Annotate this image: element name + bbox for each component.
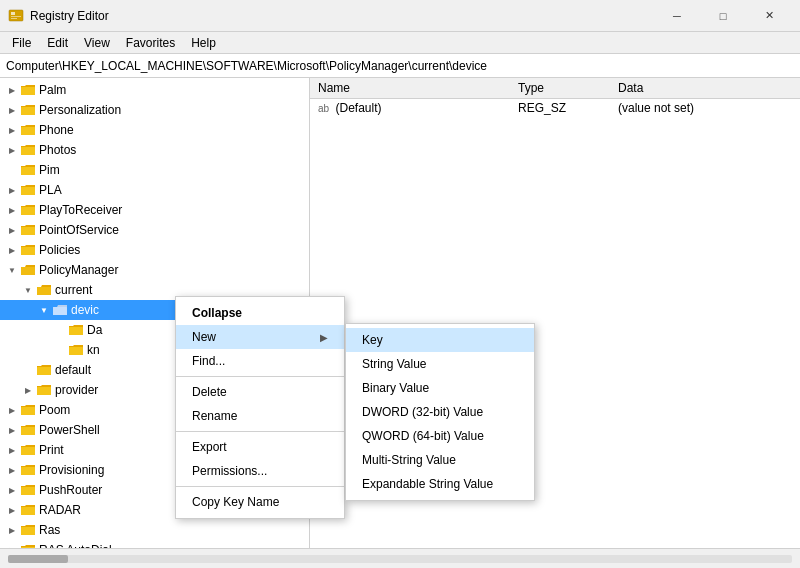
submenu-string-value[interactable]: String Value: [346, 352, 534, 376]
tree-item-pla[interactable]: ▶ PLA: [0, 180, 309, 200]
folder-icon-pim: [20, 162, 36, 178]
ctx-copy-key-name[interactable]: Copy Key Name: [176, 490, 344, 514]
folder-icon-radar: [20, 502, 36, 518]
svg-rect-11: [21, 227, 35, 235]
table-row[interactable]: ab (Default) REG_SZ (value not set): [310, 98, 800, 118]
ctx-new[interactable]: New ▶: [176, 325, 344, 349]
title-bar: Registry Editor ─ □ ✕: [0, 0, 800, 32]
label-kn: kn: [87, 343, 100, 357]
arrow-personalization: ▶: [4, 106, 20, 115]
label-current: current: [55, 283, 92, 297]
tree-item-pointofservice[interactable]: ▶ PointOfService: [0, 220, 309, 240]
label-policymanager: PolicyManager: [39, 263, 118, 277]
svg-rect-1: [11, 12, 15, 15]
minimize-button[interactable]: ─: [654, 0, 700, 32]
svg-rect-14: [37, 287, 51, 295]
horizontal-scrollbar[interactable]: [8, 555, 792, 563]
label-personalization: Personalization: [39, 103, 121, 117]
ctx-collapse[interactable]: Collapse: [176, 301, 344, 325]
folder-icon-palm: [20, 82, 36, 98]
ctx-sep-1: [176, 376, 344, 377]
svg-rect-4: [21, 87, 35, 95]
tree-item-personalization[interactable]: ▶ Personalization: [0, 100, 309, 120]
app-icon: [8, 8, 24, 24]
svg-rect-21: [21, 427, 35, 435]
label-provider: provider: [55, 383, 98, 397]
label-provisioning: Provisioning: [39, 463, 104, 477]
arrow-poom: ▶: [4, 406, 20, 415]
menu-edit[interactable]: Edit: [39, 34, 76, 52]
label-pla: PLA: [39, 183, 62, 197]
svg-rect-25: [21, 507, 35, 515]
folder-icon-pushrouter: [20, 482, 36, 498]
registry-table: Name Type Data ab (Default) REG_SZ (valu…: [310, 78, 800, 118]
label-print: Print: [39, 443, 64, 457]
ctx-rename[interactable]: Rename: [176, 404, 344, 428]
tree-item-phone[interactable]: ▶ Phone: [0, 120, 309, 140]
tree-item-rasautodial[interactable]: ▶ RAS AutoDial: [0, 540, 309, 548]
maximize-button[interactable]: □: [700, 0, 746, 32]
folder-icon-playtoreceiver: [20, 202, 36, 218]
folder-icon-device: [52, 302, 68, 318]
label-radar: RADAR: [39, 503, 81, 517]
folder-icon-powershell: [20, 422, 36, 438]
ctx-delete[interactable]: Delete: [176, 380, 344, 404]
svg-rect-0: [9, 10, 23, 21]
tree-item-playtoreceiver[interactable]: ▶ PlayToReceiver: [0, 200, 309, 220]
svg-rect-26: [21, 527, 35, 535]
cell-data: (value not set): [610, 98, 800, 118]
menu-file[interactable]: File: [4, 34, 39, 52]
tree-item-pim[interactable]: ▶ Pim: [0, 160, 309, 180]
folder-icon-phone: [20, 122, 36, 138]
arrow-policies: ▶: [4, 246, 20, 255]
submenu-qword-value[interactable]: QWORD (64-bit) Value: [346, 424, 534, 448]
label-policies: Policies: [39, 243, 80, 257]
submenu-key[interactable]: Key: [346, 328, 534, 352]
tree-item-palm[interactable]: ▶ Palm: [0, 80, 309, 100]
svg-rect-7: [21, 147, 35, 155]
ctx-find[interactable]: Find...: [176, 349, 344, 373]
arrow-print: ▶: [4, 446, 20, 455]
submenu-binary-value[interactable]: Binary Value: [346, 376, 534, 400]
label-phone: Phone: [39, 123, 74, 137]
submenu-multistring-value[interactable]: Multi-String Value: [346, 448, 534, 472]
arrow-pla: ▶: [4, 186, 20, 195]
label-rasautodial: RAS AutoDial: [39, 543, 112, 548]
ctx-export[interactable]: Export: [176, 435, 344, 459]
menu-favorites[interactable]: Favorites: [118, 34, 183, 52]
col-type: Type: [510, 78, 610, 98]
menu-view[interactable]: View: [76, 34, 118, 52]
svg-rect-9: [21, 187, 35, 195]
label-photos: Photos: [39, 143, 76, 157]
folder-icon-pointofservice: [20, 222, 36, 238]
label-poom: Poom: [39, 403, 70, 417]
ctx-permissions[interactable]: Permissions...: [176, 459, 344, 483]
svg-rect-12: [21, 247, 35, 255]
app-window: Registry Editor ─ □ ✕ File Edit View Fav…: [0, 0, 800, 568]
tree-item-photos[interactable]: ▶ Photos: [0, 140, 309, 160]
submenu-expandable-string-value[interactable]: Expandable String Value: [346, 472, 534, 496]
reg-type-icon: ab: [318, 103, 329, 114]
submenu-dword-value[interactable]: DWORD (32-bit) Value: [346, 400, 534, 424]
menu-help[interactable]: Help: [183, 34, 224, 52]
folder-icon-personalization: [20, 102, 36, 118]
arrow-playtoreceiver: ▶: [4, 206, 20, 215]
status-bar: [0, 548, 800, 568]
arrow-pointofservice: ▶: [4, 226, 20, 235]
svg-rect-10: [21, 207, 35, 215]
cell-type: REG_SZ: [510, 98, 610, 118]
tree-item-policies[interactable]: ▶ Policies: [0, 240, 309, 260]
folder-icon-print: [20, 442, 36, 458]
menu-bar: File Edit View Favorites Help: [0, 32, 800, 54]
label-playtoreceiver: PlayToReceiver: [39, 203, 122, 217]
arrow-photos: ▶: [4, 146, 20, 155]
folder-icon-kn: [68, 342, 84, 358]
label-pim: Pim: [39, 163, 60, 177]
tree-item-ras[interactable]: ▶ Ras: [0, 520, 309, 540]
arrow-current: ▼: [20, 286, 36, 295]
tree-item-policymanager[interactable]: ▼ PolicyManager: [0, 260, 309, 280]
folder-icon-default: [36, 362, 52, 378]
ctx-sep-3: [176, 486, 344, 487]
close-button[interactable]: ✕: [746, 0, 792, 32]
folder-icon-da: [68, 322, 84, 338]
